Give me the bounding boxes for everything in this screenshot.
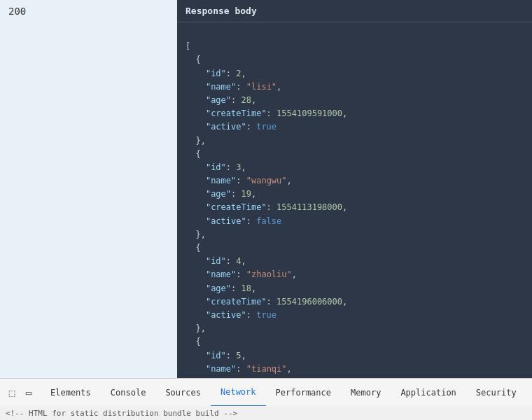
tab-memory[interactable]: Memory: [341, 379, 391, 407]
inspect-icon[interactable]: ⬚: [6, 386, 18, 399]
devtools-toolbar: ⬚ ▭ Elements Console Sources Network Per…: [0, 378, 532, 406]
tab-network[interactable]: Network: [211, 379, 266, 407]
tab-elements[interactable]: Elements: [41, 379, 101, 407]
tab-security[interactable]: Security: [466, 379, 526, 407]
status-bar: <!-- HTML for static distribution bundle…: [0, 406, 532, 420]
tab-audits[interactable]: Audits: [526, 379, 532, 407]
response-header: Response body: [177, 0, 532, 22]
device-icon[interactable]: ▭: [22, 386, 35, 399]
tab-sources[interactable]: Sources: [155, 379, 211, 407]
response-content[interactable]: [ { "id": 2, "name": "lisi", "age": 28, …: [177, 22, 532, 376]
tab-application[interactable]: Application: [391, 379, 465, 407]
tab-performance[interactable]: Performance: [266, 379, 341, 407]
response-panel: Response body [ { "id": 2, "name": "lisi…: [177, 0, 532, 378]
tab-console[interactable]: Console: [101, 379, 156, 407]
response-title: Response body: [186, 6, 257, 16]
html-comment: <!-- HTML for static distribution bundle…: [6, 409, 237, 418]
toolbar-icons: ⬚ ▭: [0, 386, 41, 399]
status-code: 200: [8, 6, 26, 17]
left-panel: 200: [0, 0, 177, 378]
